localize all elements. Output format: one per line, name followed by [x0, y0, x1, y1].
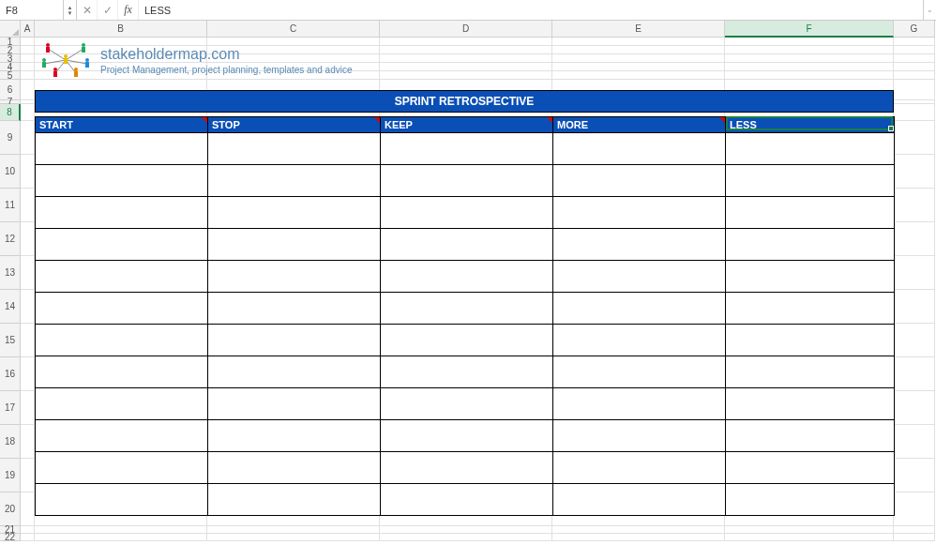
retro-cell[interactable]: [381, 132, 553, 164]
col-header-G[interactable]: G: [894, 21, 935, 38]
row-header-10[interactable]: 10: [0, 155, 21, 189]
col-header-D[interactable]: D: [380, 21, 552, 38]
cell[interactable]: [21, 459, 35, 492]
col-header-F[interactable]: F: [725, 21, 894, 38]
cell[interactable]: [894, 526, 935, 534]
retro-cell[interactable]: [726, 292, 895, 324]
retro-cell[interactable]: [553, 451, 726, 483]
cell[interactable]: [552, 526, 725, 534]
retro-cell[interactable]: [36, 483, 208, 515]
cell[interactable]: [35, 534, 207, 541]
retro-cell[interactable]: [36, 451, 208, 483]
formula-input[interactable]: LESS: [139, 5, 923, 16]
retro-cell[interactable]: [726, 164, 895, 196]
row-header-8[interactable]: 8: [0, 104, 21, 121]
retro-cell[interactable]: [553, 483, 726, 515]
retro-cell[interactable]: [208, 292, 381, 324]
cell[interactable]: [21, 38, 35, 46]
fx-button[interactable]: fx: [118, 0, 139, 20]
retro-cell[interactable]: [381, 451, 553, 483]
row-header-22[interactable]: 22: [0, 534, 21, 541]
retro-cell[interactable]: [208, 387, 381, 419]
retro-cell[interactable]: [553, 228, 726, 260]
cell[interactable]: [380, 534, 552, 541]
col-header-B[interactable]: B: [35, 21, 207, 38]
retro-cell[interactable]: [208, 483, 381, 515]
row-header-11[interactable]: 11: [0, 189, 21, 222]
retro-cell[interactable]: [36, 292, 208, 324]
retro-cell[interactable]: [208, 356, 381, 387]
retro-cell[interactable]: [726, 356, 895, 387]
retro-cell[interactable]: [381, 164, 553, 196]
retro-cell[interactable]: [553, 164, 726, 196]
spinner-down-icon[interactable]: ▼: [68, 10, 73, 16]
row-header-14[interactable]: 14: [0, 290, 21, 324]
cell[interactable]: [21, 425, 35, 459]
cell[interactable]: [21, 104, 35, 121]
cell[interactable]: [21, 54, 35, 63]
retro-cell[interactable]: [381, 196, 553, 228]
row-header-18[interactable]: 18: [0, 425, 21, 459]
cell[interactable]: [21, 492, 35, 526]
cell[interactable]: [725, 526, 894, 534]
retro-cell[interactable]: [553, 387, 726, 419]
retro-header-less[interactable]: LESS: [726, 116, 895, 132]
cell[interactable]: [21, 324, 35, 357]
cell[interactable]: [207, 526, 380, 534]
cell[interactable]: [21, 189, 35, 222]
cell[interactable]: [21, 357, 35, 391]
retro-cell[interactable]: [36, 164, 208, 196]
row-header-19[interactable]: 19: [0, 459, 21, 492]
retro-cell[interactable]: [553, 356, 726, 387]
retro-cell[interactable]: [726, 196, 895, 228]
retro-cell[interactable]: [36, 228, 208, 260]
row-header-15[interactable]: 15: [0, 324, 21, 357]
name-box-spinner[interactable]: ▲ ▼: [64, 0, 77, 20]
retro-cell[interactable]: [208, 164, 381, 196]
cell[interactable]: [21, 63, 35, 71]
retro-cell[interactable]: [381, 260, 553, 292]
retro-cell[interactable]: [726, 132, 895, 164]
retro-cell[interactable]: [208, 451, 381, 483]
retro-header-stop[interactable]: STOP: [208, 116, 381, 132]
retro-cell[interactable]: [208, 132, 381, 164]
cell[interactable]: [21, 256, 35, 290]
retro-cell[interactable]: [381, 228, 553, 260]
cell[interactable]: [21, 46, 35, 54]
retro-cell[interactable]: [208, 228, 381, 260]
row-header-12[interactable]: 12: [0, 222, 21, 256]
select-all-corner[interactable]: [0, 21, 21, 38]
retro-header-keep[interactable]: KEEP: [381, 116, 553, 132]
retro-cell[interactable]: [36, 260, 208, 292]
retro-cell[interactable]: [381, 387, 553, 419]
name-box[interactable]: F8: [0, 0, 64, 20]
row-header-13[interactable]: 13: [0, 256, 21, 290]
retro-cell[interactable]: [726, 228, 895, 260]
retro-cell[interactable]: [208, 260, 381, 292]
retro-cell[interactable]: [36, 356, 208, 387]
row-header-9[interactable]: 9: [0, 121, 21, 155]
retro-header-more[interactable]: MORE: [553, 116, 726, 132]
retro-cell[interactable]: [381, 356, 553, 387]
retro-cell[interactable]: [36, 419, 208, 451]
retro-cell[interactable]: [36, 196, 208, 228]
retro-cell[interactable]: [553, 419, 726, 451]
cell[interactable]: [725, 534, 894, 541]
cell[interactable]: [380, 526, 552, 534]
cell[interactable]: [35, 526, 207, 534]
retro-cell[interactable]: [208, 324, 381, 356]
cell[interactable]: [21, 121, 35, 155]
formula-bar-expand[interactable]: ⌄: [923, 0, 936, 20]
retro-cell[interactable]: [726, 387, 895, 419]
retro-header-start[interactable]: START: [36, 116, 208, 132]
cell[interactable]: [21, 80, 35, 100]
cell[interactable]: [552, 534, 725, 541]
retro-cell[interactable]: [726, 324, 895, 356]
cell[interactable]: [21, 155, 35, 189]
retro-cell[interactable]: [726, 483, 895, 515]
retro-cell[interactable]: [36, 324, 208, 356]
row-header-20[interactable]: 20: [0, 492, 21, 526]
cell[interactable]: [21, 391, 35, 425]
cell[interactable]: [21, 290, 35, 324]
cancel-formula-button[interactable]: ✕: [77, 0, 98, 20]
